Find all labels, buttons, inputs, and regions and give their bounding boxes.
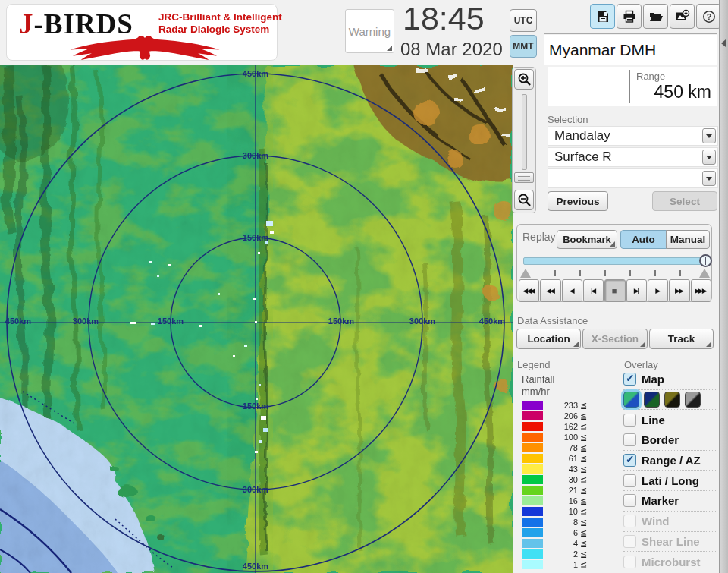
less-equal-symbol: ≦ — [580, 422, 587, 432]
select-button[interactable]: Select — [652, 191, 717, 211]
forward-fast-button[interactable]: ▶▶▶ — [691, 279, 711, 302]
less-equal-symbol: ≦ — [580, 475, 587, 485]
legend-value: 206 — [543, 411, 578, 420]
lati-long-checkbox[interactable]: ✓ — [623, 474, 636, 487]
control-panel: Range 450 km Selection Mandalay Surface … — [513, 65, 719, 573]
manual-button[interactable]: Manual — [666, 230, 710, 249]
x-section-button[interactable]: X-Section — [582, 329, 648, 349]
radar-map[interactable]: 450km 300km 150km 150km 300km 450km 450k… — [0, 65, 513, 573]
replay-slider-track[interactable] — [523, 257, 707, 265]
legend-row: 30 ≦ — [522, 474, 613, 485]
map-style-swatch-1[interactable] — [623, 392, 639, 408]
legend-color-swatch — [522, 496, 543, 505]
step-forward-button[interactable]: ▶| — [626, 279, 647, 302]
zoom-in-button[interactable] — [514, 69, 534, 90]
less-equal-symbol: ≦ — [580, 549, 587, 559]
track-button[interactable]: Track — [649, 329, 714, 349]
legend-color-swatch — [522, 539, 543, 548]
legend-color-swatch — [522, 464, 543, 474]
legend-color-swatch — [522, 454, 543, 463]
legend-row: 43 ≦ — [522, 464, 613, 474]
overlay-row-map[interactable]: ✓ Map — [623, 370, 716, 390]
help-button[interactable]: ? — [696, 4, 721, 29]
zoom-slider-track[interactable] — [522, 94, 527, 170]
mmt-button[interactable]: MMT — [510, 35, 537, 58]
product-dropdown[interactable]: Surface R — [548, 147, 718, 167]
slider-start-marker[interactable] — [520, 269, 531, 278]
slider-end-marker[interactable] — [699, 269, 710, 278]
legend-row: 4 ≦ — [522, 538, 613, 549]
panel-collapse-handle[interactable] — [719, 0, 728, 573]
less-equal-symbol: ≦ — [580, 507, 587, 517]
legend-row: 61 ≦ — [522, 453, 613, 464]
logo-tagline: JRC-Brilliant & Intelligent Radar Dialog… — [158, 11, 282, 36]
range-ring-label: 150km — [243, 401, 268, 411]
zoom-slider-thumb[interactable] — [514, 172, 534, 183]
legend-color-swatch — [522, 560, 543, 569]
legend-value: 16 — [543, 496, 578, 505]
less-equal-symbol: ≦ — [580, 528, 587, 538]
svg-text:?: ? — [706, 12, 711, 21]
location-button[interactable]: Location — [516, 329, 581, 349]
overlay-row-lati-long[interactable]: ✓ Lati / Long — [623, 471, 716, 491]
line-checkbox[interactable]: ✓ — [623, 414, 636, 427]
less-equal-symbol: ≦ — [580, 560, 587, 570]
warning-button[interactable]: Warning — [345, 9, 394, 53]
legend-label: Legend — [517, 359, 550, 370]
play-button[interactable]: ▶ — [648, 279, 668, 302]
export-image-button[interactable] — [670, 4, 695, 29]
overlay-row-border[interactable]: ✓ Border — [623, 430, 716, 451]
site-dropdown[interactable]: Mandalay — [548, 126, 718, 146]
option-dropdown-arrow[interactable] — [702, 171, 716, 186]
check-icon: ✓ — [626, 372, 635, 384]
legend-row: 21 ≦ — [522, 485, 613, 496]
site-dropdown-arrow[interactable] — [702, 128, 716, 143]
previous-button[interactable]: Previous — [548, 191, 608, 211]
rewind-fast-button[interactable]: ◀◀◀ — [519, 279, 539, 302]
map-style-swatch-3[interactable] — [664, 392, 680, 408]
replay-slider-thumb[interactable] — [699, 254, 712, 267]
overlay-label: Overlay — [624, 359, 658, 370]
map-style-swatch-2[interactable] — [644, 392, 660, 408]
image-plus-icon — [675, 9, 690, 24]
overlay-row-marker[interactable]: ✓ Marker — [623, 491, 716, 512]
replay-slider-ticks — [523, 269, 707, 278]
less-equal-symbol: ≦ — [580, 486, 587, 496]
stop-button[interactable]: ■ — [604, 279, 625, 302]
bookmark-button[interactable]: Bookmark — [557, 230, 617, 249]
zoom-out-button[interactable] — [514, 190, 534, 210]
overlay-row-line[interactable]: ✓ Line — [623, 410, 716, 430]
legend-row: 2 ≦ — [522, 549, 613, 559]
less-equal-symbol: ≦ — [580, 454, 587, 464]
less-equal-symbol: ≦ — [580, 539, 587, 549]
legend-value: 8 — [543, 518, 578, 527]
open-file-button[interactable] — [643, 4, 668, 29]
legend-value: 4 — [543, 539, 578, 548]
range-az-checkbox[interactable]: ✓ — [623, 454, 636, 467]
overlay-row-range-az[interactable]: ✓ Range / AZ — [623, 451, 716, 471]
save-icon — [595, 9, 610, 24]
overlay-list: ✓ Map ✓ Line ✓ Border ✓ Range / AZ — [623, 370, 716, 572]
product-dropdown-arrow[interactable] — [702, 150, 716, 165]
auto-button[interactable]: Auto — [620, 230, 667, 249]
map-style-row — [623, 390, 716, 411]
save-button[interactable] — [590, 4, 615, 29]
map-checkbox[interactable]: ✓ — [623, 373, 636, 386]
legend-color-swatch — [522, 475, 543, 484]
step-back-button[interactable]: |◀ — [583, 279, 604, 302]
forward-button[interactable]: ▶▶ — [669, 279, 689, 302]
less-equal-symbol: ≦ — [580, 518, 587, 527]
range-ring-label: 150km — [158, 316, 184, 326]
range-display: Range 450 km — [548, 67, 717, 106]
marker-checkbox[interactable]: ✓ — [623, 494, 636, 507]
check-icon: ✓ — [626, 453, 635, 465]
print-button[interactable] — [617, 4, 642, 29]
play-reverse-button[interactable]: ◀ — [562, 279, 582, 302]
less-equal-symbol: ≦ — [580, 433, 587, 442]
option-dropdown[interactable] — [548, 168, 718, 188]
slider-tick — [604, 270, 606, 276]
utc-button[interactable]: UTC — [510, 9, 537, 32]
rewind-button[interactable]: ◀◀ — [540, 279, 560, 302]
border-checkbox[interactable]: ✓ — [623, 433, 636, 446]
map-style-swatch-4[interactable] — [685, 392, 701, 408]
